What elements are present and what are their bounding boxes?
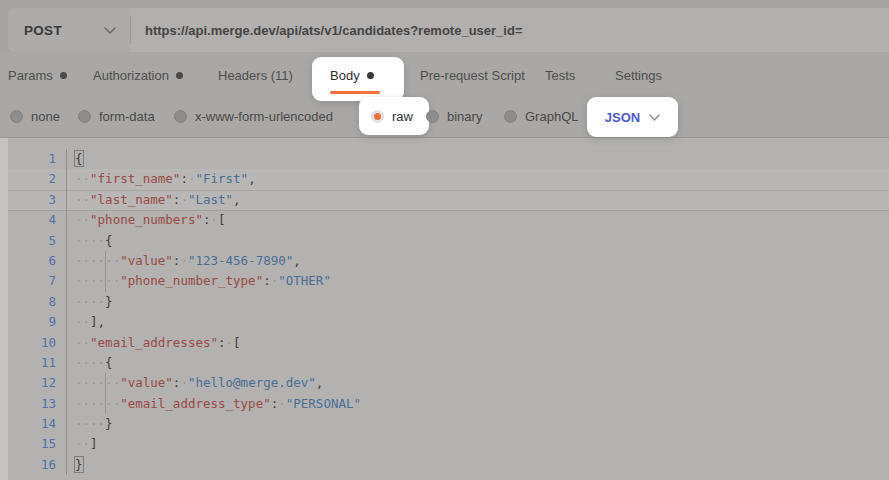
- code-line: 13······"email_address_type":·"PERSONAL": [0, 394, 889, 414]
- method-label: POST: [24, 23, 62, 38]
- whitespace-dots: ··: [105, 273, 120, 288]
- code-content: ··"phone_numbers":·[: [75, 210, 226, 230]
- editor-lines: 1{2··"first_name":·"First",3··"last_name…: [0, 138, 889, 475]
- method-dropdown[interactable]: POST: [8, 8, 130, 52]
- tab-settings[interactable]: Settings: [615, 55, 662, 96]
- json-key: "email_address_type": [120, 396, 271, 411]
- json-punctuation: }: [105, 294, 113, 309]
- json-string: "Last": [188, 192, 233, 207]
- line-number: 9: [0, 312, 67, 332]
- line-number: 15: [0, 434, 67, 454]
- json-punctuation: ,: [316, 375, 324, 390]
- chevron-down-icon: [649, 114, 660, 121]
- json-key: "phone_number_type": [120, 273, 263, 288]
- divider: [130, 16, 131, 44]
- json-punctuation: [: [233, 335, 241, 350]
- whitespace-dots: ····: [75, 294, 105, 309]
- whitespace-dots: ·: [180, 192, 188, 207]
- tab-authorization[interactable]: Authorization: [93, 55, 183, 96]
- code-line: 1{: [0, 149, 889, 169]
- line-number: 13: [0, 394, 67, 414]
- whitespace-dots: ····: [75, 416, 105, 431]
- code-content: ····{: [75, 353, 113, 373]
- json-punctuation: :: [180, 171, 188, 186]
- tab-params[interactable]: Params: [8, 55, 67, 96]
- tab-label: Body: [330, 68, 360, 83]
- code-line: 8····}: [0, 292, 889, 312]
- code-line: 6······"value":·"123-456-7890",: [0, 251, 889, 271]
- whitespace-dots: ·: [180, 375, 188, 390]
- line-number: 6: [0, 251, 67, 271]
- json-key: "email_addresses": [90, 335, 218, 350]
- whitespace-dots: ····: [75, 253, 105, 268]
- code-line: 3··"last_name":·"Last",: [0, 190, 889, 210]
- code-content: ··],: [75, 312, 105, 332]
- line-number: 11: [0, 353, 67, 373]
- tab-body[interactable]: Body: [330, 55, 374, 96]
- json-string: "PERSONAL": [286, 396, 361, 411]
- whitespace-dots: ··: [75, 335, 90, 350]
- whitespace-dots: ··: [75, 192, 90, 207]
- code-line: 5····{: [0, 231, 889, 251]
- tab-label: Authorization: [93, 68, 169, 83]
- code-content: ······"value":·"hello@merge.dev",: [75, 373, 323, 393]
- tab-data-dot-icon: [60, 72, 67, 79]
- json-key: "first_name": [90, 171, 180, 186]
- whitespace-dots: ··: [75, 436, 90, 451]
- editor-left-margin: [0, 138, 8, 480]
- tab-pre-request-script[interactable]: Pre-request Script: [420, 55, 525, 96]
- body-type-options: noneform-datax-www-form-urlencodedrawbin…: [0, 96, 889, 137]
- matched-brace: }: [74, 456, 84, 473]
- json-string: "OTHER": [278, 273, 331, 288]
- code-content: ····}: [75, 414, 113, 434]
- radio-icon: [78, 110, 91, 123]
- code-line: 10··"email_addresses":·[: [0, 333, 889, 353]
- body-type-radio-form-data[interactable]: form-data: [78, 96, 155, 137]
- json-punctuation: }: [105, 416, 113, 431]
- radio-label: x-www-form-urlencoded: [195, 109, 333, 124]
- tab-label: Settings: [615, 68, 662, 83]
- tab-headers-11-[interactable]: Headers (11): [218, 55, 293, 96]
- body-type-radio-binary[interactable]: binary: [426, 96, 482, 137]
- whitespace-dots: ··: [105, 253, 120, 268]
- code-line: 14····}: [0, 414, 889, 434]
- whitespace-dots: ··: [75, 314, 90, 329]
- whitespace-dots: ··: [75, 212, 90, 227]
- whitespace-dots: ·: [278, 396, 286, 411]
- json-punctuation: :: [218, 335, 226, 350]
- json-key: "last_name": [90, 192, 173, 207]
- json-punctuation: {: [105, 233, 113, 248]
- radio-label: binary: [447, 109, 482, 124]
- body-editor[interactable]: 1{2··"first_name":·"First",3··"last_name…: [0, 138, 889, 480]
- line-number: 2: [0, 169, 67, 189]
- url-input[interactable]: https://api.merge.dev/api/ats/v1/candida…: [145, 23, 523, 38]
- body-type-radio-x-www-form-urlencoded[interactable]: x-www-form-urlencoded: [174, 96, 333, 137]
- body-type-radio-graphql[interactable]: GraphQL: [504, 96, 578, 137]
- tab-data-dot-icon: [176, 72, 183, 79]
- whitespace-dots: ····: [75, 375, 105, 390]
- language-dropdown[interactable]: JSON: [587, 97, 678, 137]
- radio-icon: [426, 110, 439, 123]
- json-punctuation: ,: [248, 171, 256, 186]
- tab-tests[interactable]: Tests: [545, 55, 575, 96]
- json-punctuation: {: [105, 355, 113, 370]
- body-type-radio-none[interactable]: none: [10, 96, 60, 137]
- body-type-radio-raw[interactable]: raw: [371, 96, 413, 137]
- radio-icon: [10, 110, 23, 123]
- code-content: ··"email_addresses":·[: [75, 333, 241, 353]
- code-content: ····}: [75, 292, 113, 312]
- json-key: "value": [120, 375, 173, 390]
- json-punctuation: :: [263, 273, 271, 288]
- tab-data-dot-icon: [367, 72, 374, 79]
- json-punctuation: [: [218, 212, 226, 227]
- line-number: 10: [0, 333, 67, 353]
- code-line: 15··]: [0, 434, 889, 454]
- whitespace-dots: ··: [105, 396, 120, 411]
- line-number: 16: [0, 455, 67, 475]
- code-content: ··"first_name":·"First",: [75, 169, 256, 189]
- tab-label: Headers (11): [218, 68, 293, 83]
- code-content: ······"phone_number_type":·"OTHER": [75, 271, 331, 291]
- line-number: 4: [0, 210, 67, 230]
- code-line: 12······"value":·"hello@merge.dev",: [0, 373, 889, 393]
- radio-label: raw: [392, 109, 413, 124]
